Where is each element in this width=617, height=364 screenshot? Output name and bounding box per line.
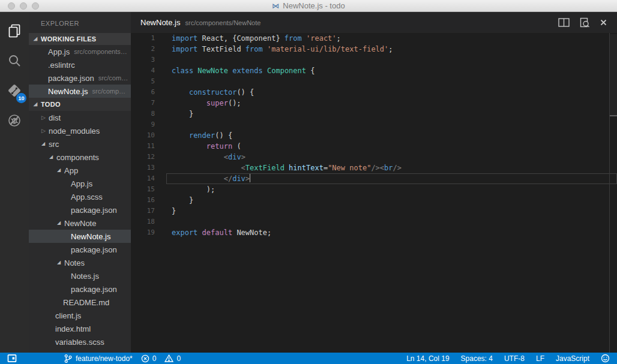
status-bar-right: Ln 14, Col 19Spaces: 4UTF-8LFJavaScript bbox=[406, 354, 617, 363]
status-label: Ln 14, Col 19 bbox=[406, 355, 449, 362]
scrollbar-slider[interactable] bbox=[610, 34, 617, 116]
code-line-15[interactable]: 15 ); bbox=[131, 184, 617, 195]
status-smiley[interactable] bbox=[601, 354, 610, 363]
working-file-NewNote.js[interactable]: NewNote.jssrc/comp… bbox=[29, 85, 131, 98]
code-line-10[interactable]: 10 render() { bbox=[131, 130, 617, 141]
activity-bar: 10 bbox=[0, 12, 29, 353]
working-file-.eslintrc[interactable]: .eslintrc bbox=[29, 58, 131, 71]
file-NewNote.js[interactable]: NewNote.js bbox=[29, 230, 131, 243]
code-line-16[interactable]: 16 } bbox=[131, 195, 617, 206]
close-button[interactable] bbox=[600, 19, 607, 26]
split-editor-button[interactable] bbox=[558, 18, 570, 27]
status-warning[interactable]: 0 bbox=[164, 354, 181, 362]
line-number: 6 bbox=[131, 87, 166, 98]
code-line-3[interactable]: 3 bbox=[131, 55, 617, 65]
activity-files-button[interactable] bbox=[0, 16, 29, 46]
file-label: client.js bbox=[55, 311, 81, 320]
folder-node_modules[interactable]: ▷node_modules bbox=[29, 124, 131, 137]
line-number: 15 bbox=[131, 184, 166, 195]
line-number: 19 bbox=[131, 227, 166, 238]
workbench: 10 EXPLORER ◢ WORKING FILES App.jssrc/co… bbox=[0, 12, 617, 353]
twistie-expanded-icon: ◢ bbox=[34, 37, 41, 41]
code-line-6[interactable]: 6 constructor() { bbox=[131, 87, 617, 98]
code-text: return ( bbox=[166, 141, 617, 152]
code-text: import React, {Component} from 'react'; bbox=[166, 33, 617, 44]
code-line-13[interactable]: 13 <TextField hintText="New note"/><br/> bbox=[131, 163, 617, 173]
twistie-expanded-icon: ◢ bbox=[34, 102, 41, 107]
working-file-App.js[interactable]: App.jssrc/components… bbox=[29, 45, 131, 58]
file-index.html[interactable]: index.html bbox=[29, 322, 131, 335]
code-line-12[interactable]: 12 <div> bbox=[131, 152, 617, 163]
file-Notes.js[interactable]: Notes.js bbox=[29, 269, 131, 282]
debug-icon bbox=[7, 113, 22, 128]
code-line-14[interactable]: 14 </div> bbox=[131, 173, 617, 184]
code-area[interactable]: 1import React, {Component} from 'react';… bbox=[131, 33, 617, 353]
code-line-17[interactable]: 17} bbox=[131, 206, 617, 216]
code-line-8[interactable]: 8 } bbox=[131, 109, 617, 119]
folder-section-header[interactable]: ◢ TODO bbox=[29, 98, 131, 111]
file-label: package.json bbox=[48, 74, 94, 83]
code-line-5[interactable]: 5 bbox=[131, 76, 617, 87]
folder-App[interactable]: ◢App bbox=[29, 164, 131, 177]
activity-git-button[interactable]: 10 bbox=[0, 76, 29, 106]
status-spaces-4[interactable]: Spaces: 4 bbox=[461, 355, 493, 362]
twistie-expanded-icon: ◢ bbox=[41, 142, 49, 146]
code-line-4[interactable]: 4class NewNote extends Component { bbox=[131, 65, 617, 76]
status-lf[interactable]: LF bbox=[536, 355, 544, 362]
folder-components[interactable]: ◢components bbox=[29, 151, 131, 164]
twistie-collapsed-icon: ▷ bbox=[41, 128, 49, 134]
file-README.md[interactable]: README.md bbox=[29, 296, 131, 309]
minimize-button[interactable] bbox=[20, 2, 27, 10]
line-number: 1 bbox=[131, 33, 166, 44]
file-App.scss[interactable]: App.scss bbox=[29, 190, 131, 203]
line-number: 14 bbox=[131, 173, 166, 184]
twistie-expanded-icon: ◢ bbox=[49, 155, 56, 160]
status-error[interactable]: 0 bbox=[141, 354, 157, 363]
working-file-package.json[interactable]: package.jsonsrc/com… bbox=[29, 71, 131, 85]
file-client.js[interactable]: client.js bbox=[29, 309, 131, 322]
folder-dist[interactable]: ▷dist bbox=[29, 111, 131, 124]
status-utf-8[interactable]: UTF-8 bbox=[504, 355, 525, 362]
branch-icon bbox=[64, 354, 73, 363]
activity-debug-button[interactable] bbox=[0, 106, 29, 136]
app-icon: ⋈ bbox=[272, 2, 279, 10]
folder-src[interactable]: ◢src bbox=[29, 137, 131, 151]
file-path-detail: src/components… bbox=[74, 48, 127, 55]
folder-Notes[interactable]: ◢Notes bbox=[29, 256, 131, 269]
code-line-11[interactable]: 11 return ( bbox=[131, 141, 617, 152]
file-App.js[interactable]: App.js bbox=[29, 177, 131, 190]
preview-button[interactable] bbox=[579, 17, 590, 28]
file-package.json[interactable]: package.json bbox=[29, 282, 131, 296]
working-files-header[interactable]: ◢ WORKING FILES bbox=[29, 33, 131, 45]
status-ln-14-col-19[interactable]: Ln 14, Col 19 bbox=[406, 355, 449, 362]
code-line-18[interactable]: 18 bbox=[131, 216, 617, 227]
code-text: <TextField hintText="New note"/><br/> bbox=[166, 163, 617, 173]
code-text: <div> bbox=[166, 152, 617, 163]
zoom-button[interactable] bbox=[32, 2, 39, 10]
twistie-expanded-icon: ◢ bbox=[57, 168, 64, 173]
code-text: render() { bbox=[166, 130, 617, 141]
open-file-name[interactable]: NewNote.js bbox=[140, 18, 180, 27]
code-line-1[interactable]: 1import React, {Component} from 'react'; bbox=[131, 33, 617, 44]
line-number: 2 bbox=[131, 44, 166, 55]
line-number: 7 bbox=[131, 98, 166, 109]
activity-search-button[interactable] bbox=[0, 46, 29, 76]
code-line-9[interactable]: 9 bbox=[131, 119, 617, 130]
sidebar-title: EXPLORER bbox=[29, 12, 131, 33]
close-button[interactable] bbox=[8, 2, 15, 10]
status-status-square[interactable] bbox=[7, 354, 17, 363]
file-package.json[interactable]: package.json bbox=[29, 203, 131, 216]
editor-scrollbar[interactable] bbox=[609, 33, 617, 353]
code-text: } bbox=[166, 109, 617, 119]
code-line-2[interactable]: 2import TextField from 'material-ui/lib/… bbox=[131, 44, 617, 55]
folder-NewNote[interactable]: ◢NewNote bbox=[29, 216, 131, 230]
file-package.json[interactable]: package.json bbox=[29, 243, 131, 256]
code-line-7[interactable]: 7 super(); bbox=[131, 98, 617, 109]
open-file-path: src/components/NewNote bbox=[185, 19, 260, 26]
status-branch[interactable]: feature/new-todo* bbox=[64, 354, 133, 363]
file-variables.scss[interactable]: variables.scss bbox=[29, 335, 131, 348]
line-number: 12 bbox=[131, 152, 166, 163]
code-line-19[interactable]: 19export default NewNote; bbox=[131, 227, 617, 238]
status-javascript[interactable]: JavaScript bbox=[556, 355, 589, 362]
window-title: ⋈ NewNote.js - todo bbox=[272, 1, 345, 10]
